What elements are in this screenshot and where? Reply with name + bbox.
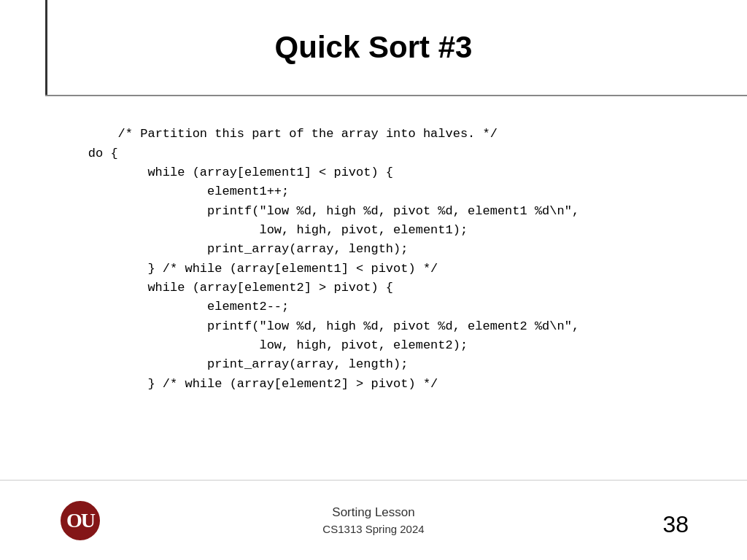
slide-title: Quick Sort #3 [275, 30, 473, 65]
ou-logo-svg: OU [58, 499, 102, 542]
lesson-title: Sorting Lesson [322, 503, 424, 522]
footer-text-block: Sorting Lesson CS1313 Spring 2024 [322, 503, 424, 538]
course-info: CS1313 Spring 2024 [322, 521, 424, 538]
footer: OU Sorting Lesson CS1313 Spring 2024 38 [0, 480, 747, 560]
code-line-1: /* Partition this part of the array into… [58, 127, 579, 390]
header-divider [45, 95, 747, 96]
code-block: /* Partition this part of the array into… [58, 106, 718, 472]
svg-text:OU: OU [66, 509, 96, 532]
slide: Quick Sort #3 /* Partition this part of … [0, 0, 747, 560]
slide-number: 38 [662, 511, 689, 538]
header: Quick Sort #3 [0, 0, 747, 95]
footer-logo: OU [58, 499, 102, 545]
